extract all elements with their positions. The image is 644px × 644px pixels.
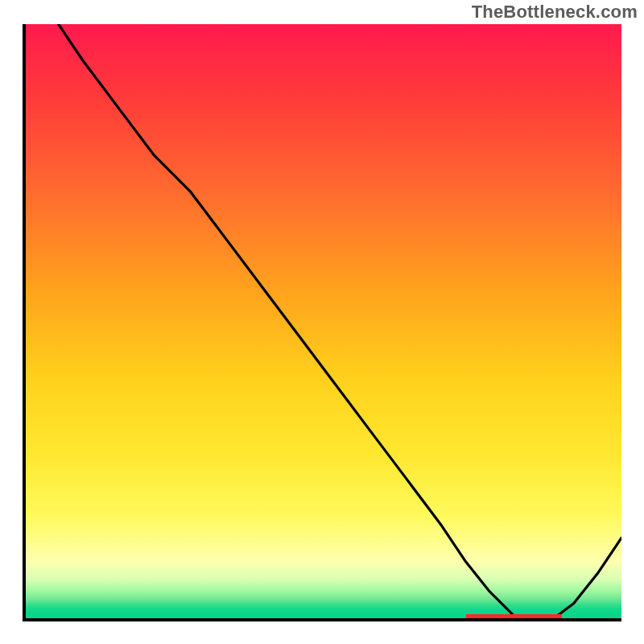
curve-path <box>59 24 621 621</box>
plot-area <box>23 24 621 621</box>
chart-container: TheBottleneck.com <box>0 0 644 644</box>
bottleneck-curve <box>23 24 621 621</box>
optimal-range-marker <box>466 614 562 618</box>
watermark-text: TheBottleneck.com <box>472 2 638 23</box>
